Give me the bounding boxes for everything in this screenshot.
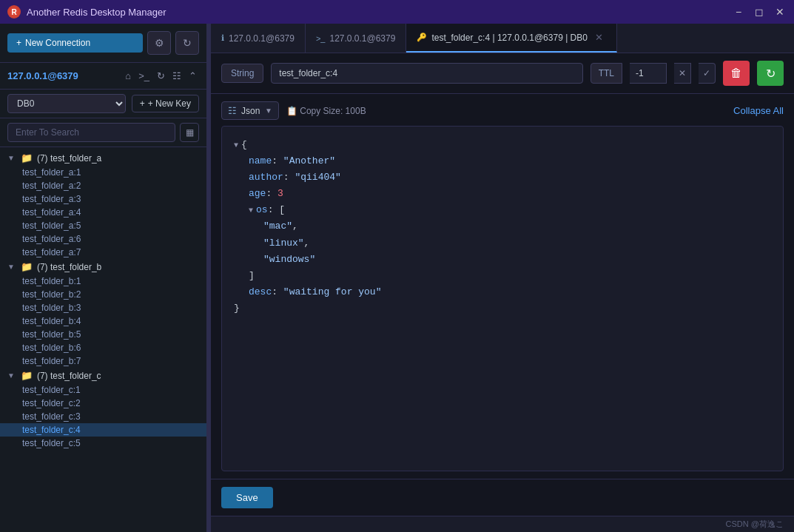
sidebar: + New Connection ⚙ ↻ 127.0.0.1@6379 ⌂ >_… [0, 24, 207, 532]
chevron-down-icon: ▼ [265, 107, 272, 115]
folder-item-a[interactable]: ▼ 📁 (7) test_folder_a [0, 150, 206, 166]
list-item[interactable]: test_folder_a:4 [0, 206, 206, 219]
ttl-input[interactable] [630, 63, 667, 84]
copy-size-label: 📋 Copy Size: 100B [286, 106, 366, 116]
list-item[interactable]: test_folder_b:2 [0, 288, 206, 301]
list-item[interactable]: test_folder_b:3 [0, 301, 206, 314]
search-input[interactable] [7, 123, 175, 142]
plus-icon-small: + [140, 98, 145, 109]
list-item[interactable]: test_folder_c:1 [0, 383, 206, 397]
key-header: String TTL ✕ ✓ 🗑 ↻ [211, 53, 794, 94]
close-button[interactable]: ✕ [773, 5, 787, 18]
maximize-button[interactable]: ◻ [753, 5, 766, 18]
tab-close-button[interactable]: ✕ [592, 30, 606, 44]
list-item-active[interactable]: test_folder_c:4 [0, 423, 206, 437]
folder-c-label: (7) test_folder_c [37, 371, 101, 381]
server-actions: ⌂ >_ ↻ ☷ ⌃ [123, 69, 199, 83]
folder-icon-b: 📁 [21, 261, 33, 272]
format-selector[interactable]: ☷ Json Raw Hex ▼ [221, 101, 279, 120]
folder-a-label: (7) test_folder_a [37, 153, 101, 164]
minimize-button[interactable]: − [732, 5, 745, 18]
settings-button[interactable]: ⚙ [147, 31, 171, 55]
collapse-arrow-os[interactable]: ▼ [249, 206, 253, 215]
attribution-label: CSDN @荷逸こ [726, 519, 784, 530]
new-connection-button[interactable]: + New Connection [7, 33, 143, 53]
server-name: 127.0.0.1@6379 [7, 70, 78, 81]
home-icon[interactable]: ⌂ [123, 69, 133, 83]
refresh-key-button[interactable]: ↻ [757, 61, 784, 86]
list-item[interactable]: test_folder_a:1 [0, 166, 206, 179]
new-connection-label: New Connection [25, 38, 90, 48]
terminal-icon[interactable]: >_ [136, 69, 152, 83]
plus-icon: + [16, 38, 21, 48]
list-item[interactable]: test_folder_a:2 [0, 179, 206, 192]
list-item[interactable]: test_folder_a:7 [0, 246, 206, 259]
json-line-age: age: 3 [234, 186, 771, 202]
tab-key[interactable]: 🔑 test_folder_c:4 | 127.0.0.1@6379 | DB0… [406, 24, 617, 53]
list-item[interactable]: test_folder_b:5 [0, 328, 206, 341]
chevron-down-icon-c: ▼ [7, 371, 15, 380]
terminal-tab-icon: >_ [316, 34, 326, 43]
save-button[interactable]: Save [221, 487, 273, 508]
list-item[interactable]: test_folder_c:2 [0, 397, 206, 410]
app-icon: R [7, 5, 21, 18]
format-select[interactable]: Json Raw Hex [241, 106, 260, 116]
type-badge: String [221, 64, 263, 83]
filter-icon: ▦ [186, 127, 194, 138]
new-key-button[interactable]: + + New Key [132, 95, 199, 112]
save-row: Save [211, 479, 794, 516]
folder-item-c[interactable]: ▼ 📁 (7) test_folder_c [0, 368, 206, 383]
title-bar-left: R Another Redis Desktop Manager [7, 5, 166, 18]
json-line-open-brace: ▼{ [234, 137, 771, 153]
db-select[interactable]: DB0 DB1 DB2 [7, 94, 126, 113]
grid-icon[interactable]: ☷ [170, 69, 184, 83]
server-info-row: 127.0.0.1@6379 ⌂ >_ ↻ ☷ ⌃ [0, 63, 206, 90]
ttl-ok-button[interactable]: ✓ [699, 63, 716, 84]
copy-size-text: Copy Size: 100B [300, 106, 366, 116]
json-line-desc: desc: "waiting for you" [234, 284, 771, 300]
json-line-os-windows: "windows" [234, 252, 771, 268]
list-item[interactable]: test_folder_c:5 [0, 437, 206, 450]
list-item[interactable]: test_folder_b:1 [0, 275, 206, 288]
chevron-down-icon-b: ▼ [7, 263, 15, 271]
list-item[interactable]: test_folder_b:4 [0, 314, 206, 328]
collapse-icon[interactable]: ⌃ [186, 69, 199, 83]
folder-icon-a: 📁 [21, 152, 33, 164]
folder-b-label: (7) test_folder_b [37, 262, 101, 272]
list-item[interactable]: test_folder_a:6 [0, 232, 206, 246]
window-controls: − ◻ ✕ [732, 5, 787, 18]
tree-area: ▼ 📁 (7) test_folder_a test_folder_a:1 te… [0, 147, 206, 532]
title-bar: R Another Redis Desktop Manager − ◻ ✕ [0, 0, 794, 24]
history-button[interactable]: ↻ [175, 31, 199, 55]
json-editor[interactable]: ▼{ name: "Another" author: "qii404" age:… [221, 126, 784, 471]
key-tab-icon: 🔑 [417, 33, 427, 42]
key-name-input[interactable] [271, 63, 582, 84]
value-section: ☷ Json Raw Hex ▼ 📋 Copy Size: 100B Colla… [211, 94, 794, 479]
filter-button[interactable]: ▦ [180, 123, 199, 142]
collapse-arrow-root[interactable]: ▼ [234, 141, 238, 149]
search-row: ▦ [0, 118, 206, 147]
delete-key-button[interactable]: 🗑 [723, 61, 750, 86]
sidebar-header: + New Connection ⚙ ↻ [0, 24, 206, 63]
gear-icon: ⚙ [155, 37, 164, 49]
tab-terminal-label: 127.0.0.1@6379 [329, 33, 395, 44]
json-line-os-linux: "linux", [234, 235, 771, 252]
ttl-label: TTL [591, 63, 622, 84]
app-title: Another Redis Desktop Manager [27, 7, 166, 18]
tab-terminal[interactable]: >_ 127.0.0.1@6379 [306, 24, 406, 53]
db-row: DB0 DB1 DB2 + + New Key [0, 90, 206, 118]
collapse-all-button[interactable]: Collapse All [733, 105, 784, 116]
list-item[interactable]: test_folder_c:3 [0, 410, 206, 423]
list-item[interactable]: test_folder_b:6 [0, 341, 206, 354]
folder-icon-c: 📁 [21, 370, 33, 381]
refresh-icon[interactable]: ↻ [155, 69, 167, 83]
info-tab-icon: ℹ [221, 33, 224, 43]
list-item[interactable]: test_folder_b:7 [0, 354, 206, 368]
folder-item-b[interactable]: ▼ 📁 (7) test_folder_b [0, 259, 206, 275]
list-item[interactable]: test_folder_a:5 [0, 219, 206, 232]
value-toolbar: ☷ Json Raw Hex ▼ 📋 Copy Size: 100B Colla… [221, 101, 784, 120]
refresh-key-icon: ↻ [766, 67, 776, 81]
tab-info[interactable]: ℹ 127.0.0.1@6379 [211, 24, 306, 53]
ttl-clear-button[interactable]: ✕ [674, 63, 691, 84]
list-item[interactable]: test_folder_a:3 [0, 192, 206, 206]
